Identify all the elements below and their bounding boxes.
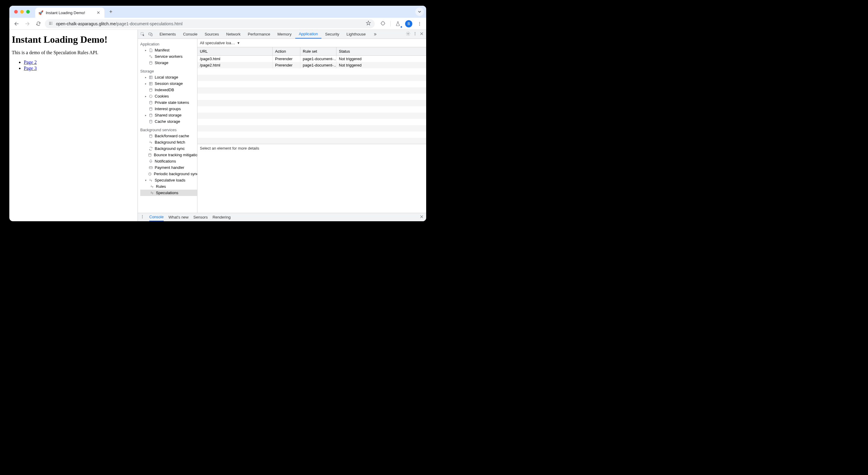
- table-row[interactable]: /page3.html Prerender page1-document-… N…: [197, 56, 426, 62]
- svg-point-10: [150, 55, 151, 56]
- sidebar-item-speculative-loads[interactable]: ▾Speculative loads: [140, 177, 197, 183]
- sidebar-item-manifest[interactable]: ▸Manifest: [140, 47, 197, 53]
- sidebar-item-storage[interactable]: ▸Storage: [140, 60, 197, 66]
- sidebar-item-notifications[interactable]: ▸Notifications: [140, 158, 197, 165]
- devtools-settings-button[interactable]: [406, 31, 410, 37]
- sidebar-item-cookies[interactable]: ▸Cookies: [140, 93, 197, 99]
- svg-point-18: [151, 96, 151, 97]
- drawer-tab-rendering[interactable]: Rendering: [213, 215, 230, 219]
- sidebar-item-background-fetch[interactable]: ▸Background fetch: [140, 139, 197, 145]
- sidebar-item-interest-groups[interactable]: ▸Interest groups: [140, 106, 197, 112]
- inspect-icon: [140, 32, 145, 37]
- sidebar-item-private-state-tokens[interactable]: ▸Private state tokens: [140, 99, 197, 106]
- sidebar-item-indexeddb[interactable]: ▸IndexedDB: [140, 87, 197, 93]
- drawer-menu-button[interactable]: [140, 215, 145, 220]
- back-button[interactable]: [12, 20, 21, 28]
- sidebar-item-session-storage[interactable]: ▸Session storage: [140, 80, 197, 87]
- labs-button[interactable]: [394, 20, 402, 27]
- sidebar-item-service-workers[interactable]: ▸Service workers: [140, 53, 197, 60]
- sidebar-item-speculations[interactable]: Speculations: [140, 190, 197, 196]
- forward-button[interactable]: [23, 20, 32, 28]
- speculations-filter-dropdown[interactable]: All speculative loa… ▾: [200, 41, 240, 45]
- tab-sources[interactable]: Sources: [201, 30, 223, 38]
- tab-performance[interactable]: Performance: [244, 30, 274, 38]
- svg-point-16: [149, 95, 152, 97]
- site-settings-icon[interactable]: [49, 21, 53, 27]
- sidebar-label: Rules: [156, 184, 166, 189]
- devtools-body: Application ▸Manifest ▸Service workers ▸…: [138, 39, 426, 213]
- sidebar-item-shared-storage[interactable]: ▸Shared storage: [140, 112, 197, 118]
- reload-button[interactable]: [34, 20, 42, 28]
- page-link[interactable]: Page 2: [24, 60, 37, 65]
- page-link[interactable]: Page 3: [24, 66, 37, 71]
- tab-memory[interactable]: Memory: [274, 30, 295, 38]
- sidebar-item-background-sync[interactable]: ▸Background sync: [140, 145, 197, 152]
- cell-action: Prerender: [273, 62, 300, 68]
- page-link-list: Page 2 Page 3: [12, 60, 135, 71]
- gear-icon: [406, 31, 410, 36]
- browser-tab[interactable]: 🚀 Instant Loading Demo! ✕: [35, 7, 104, 18]
- sidebar-label: Storage: [155, 60, 168, 65]
- drawer-tab-console[interactable]: Console: [149, 213, 164, 221]
- maximize-window-button[interactable]: [26, 10, 30, 13]
- column-header-ruleset[interactable]: Rule set: [300, 47, 337, 55]
- toolbar-actions: B: [379, 20, 423, 27]
- page-paragraph: This is a demo of the Speculation Rules …: [12, 50, 135, 55]
- svg-point-17: [150, 96, 151, 96]
- tab-elements[interactable]: Elements: [156, 30, 179, 38]
- drawer-tab-whatsnew[interactable]: What's new: [168, 215, 189, 219]
- application-main-panel: All speculative loa… ▾ URL Action Rule s…: [197, 39, 426, 213]
- tab-console[interactable]: Console: [179, 30, 201, 38]
- column-header-url[interactable]: URL: [197, 47, 273, 55]
- sidebar-item-bounce-tracking[interactable]: ▸Bounce tracking mitigation: [140, 152, 197, 158]
- tab-network[interactable]: Network: [223, 30, 244, 38]
- sidebar-item-rules[interactable]: Rules: [140, 183, 197, 190]
- sidebar-item-local-storage[interactable]: ▸Local storage: [140, 74, 197, 80]
- browser-menu-button[interactable]: [416, 20, 423, 27]
- cell-status: Not triggered: [337, 56, 426, 62]
- profile-avatar[interactable]: B: [405, 20, 412, 27]
- minimize-window-button[interactable]: [20, 10, 24, 13]
- cell-status: Not triggered: [337, 62, 426, 68]
- chevron-down-icon: ▾: [238, 41, 240, 45]
- close-window-button[interactable]: [14, 10, 18, 13]
- svg-point-21: [150, 114, 152, 115]
- drawer-tab-sensors[interactable]: Sensors: [193, 215, 208, 219]
- tabs-dropdown-button[interactable]: [415, 7, 424, 16]
- tabs-overflow-button[interactable]: [369, 30, 381, 38]
- sidebar-item-periodic-sync[interactable]: ▸Periodic background sync: [140, 171, 197, 177]
- column-header-status[interactable]: Status: [337, 47, 426, 55]
- sidebar-item-payment-handler[interactable]: ▸Payment handler: [140, 165, 197, 171]
- address-bar[interactable]: open-chalk-asparagus.glitch.me/page1-doc…: [45, 19, 375, 28]
- tab-application[interactable]: Application: [295, 30, 322, 38]
- sidebar-label: Shared storage: [155, 113, 182, 117]
- arrow-right-icon: [25, 21, 30, 27]
- sidebar-item-cache-storage[interactable]: ▸Cache storage: [140, 118, 197, 125]
- sidebar-label: Private state tokens: [155, 100, 189, 105]
- speculations-table: URL Action Rule set Status /page3.html P…: [197, 47, 426, 144]
- sidebar-section-background-services: Background services: [140, 126, 197, 133]
- devtools-close-button[interactable]: [420, 32, 424, 37]
- drawer-close-button[interactable]: [420, 215, 424, 220]
- tab-title: Instant Loading Demo!: [46, 10, 93, 15]
- inspect-element-button[interactable]: [139, 32, 146, 37]
- sidebar-item-back-forward-cache[interactable]: ▸Back/forward cache: [140, 133, 197, 139]
- tab-lighthouse[interactable]: Lighthouse: [343, 30, 369, 38]
- column-header-action[interactable]: Action: [273, 47, 300, 55]
- devtools-tabbar: Elements Console Sources Network Perform…: [138, 30, 426, 39]
- puzzle-icon: [380, 21, 386, 27]
- table-row[interactable]: /page2.html Prerender page1-document-… N…: [197, 62, 426, 68]
- tab-close-button[interactable]: ✕: [95, 10, 101, 15]
- svg-point-8: [415, 33, 415, 34]
- devtools-drawer: Console What's new Sensors Rendering: [138, 213, 426, 221]
- speculations-toolbar: All speculative loa… ▾: [197, 39, 426, 47]
- sidebar-label: Payment handler: [155, 165, 184, 170]
- device-toggle-button[interactable]: [147, 32, 154, 37]
- sidebar-label: Background sync: [155, 146, 185, 151]
- sidebar-label: Bounce tracking mitigation: [154, 153, 197, 157]
- tab-security[interactable]: Security: [321, 30, 343, 38]
- bookmark-button[interactable]: [366, 21, 371, 27]
- extensions-button[interactable]: [379, 20, 387, 27]
- new-tab-button[interactable]: +: [107, 8, 114, 16]
- devtools-menu-button[interactable]: [413, 32, 417, 37]
